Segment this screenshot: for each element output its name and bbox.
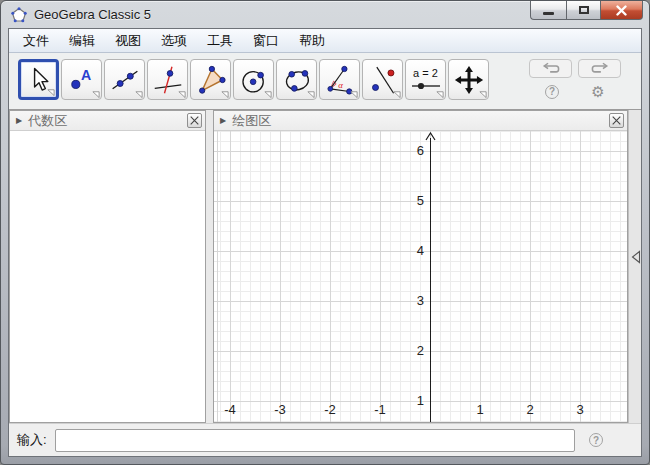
graphics-canvas[interactable]: -4-3-2-1123654321 bbox=[214, 131, 627, 422]
tool-dropdown-icon[interactable] bbox=[92, 90, 100, 98]
undo-button[interactable] bbox=[529, 59, 572, 78]
y-axis-tick-label: 6 bbox=[388, 143, 424, 158]
tool-line-button[interactable] bbox=[104, 59, 145, 100]
close-x-icon bbox=[190, 116, 199, 125]
x-axis-tick-label: 2 bbox=[515, 402, 545, 417]
redo-button[interactable] bbox=[578, 59, 621, 78]
maximize-button[interactable] bbox=[566, 1, 600, 20]
tool-dropdown-icon[interactable] bbox=[350, 90, 358, 98]
tool-angle-button[interactable]: α bbox=[319, 59, 360, 100]
y-axis-tick-label: 3 bbox=[388, 293, 424, 308]
algebra-collapse-icon[interactable]: ▶ bbox=[16, 116, 22, 125]
input-help-icon[interactable]: ? bbox=[589, 433, 603, 447]
main-area: ▶ 代数区 ▶ 绘图区 bbox=[9, 110, 641, 423]
input-bar: 输入: ? bbox=[9, 423, 641, 456]
algebra-panel-header: ▶ 代数区 bbox=[10, 111, 205, 131]
window-content: 文件 编辑 视图 选项 工具 窗口 帮助 bbox=[8, 28, 642, 457]
tool-dropdown-icon[interactable] bbox=[264, 90, 272, 98]
menu-item[interactable]: 窗口 bbox=[243, 30, 289, 52]
menu-bar: 文件 编辑 视图 选项 工具 窗口 帮助 bbox=[9, 29, 641, 53]
menu-item[interactable]: 编辑 bbox=[59, 30, 105, 52]
menu-item[interactable]: 视图 bbox=[105, 30, 151, 52]
panel-splitter[interactable] bbox=[206, 110, 213, 423]
toolbar-right-controls: ? ⚙ bbox=[529, 59, 621, 99]
close-x-icon bbox=[612, 116, 621, 125]
tool-dropdown-icon[interactable] bbox=[135, 90, 143, 98]
algebra-panel-body[interactable] bbox=[10, 131, 205, 422]
command-input[interactable] bbox=[55, 429, 575, 452]
x-axis-tick-label: -2 bbox=[315, 402, 345, 417]
tool-dropdown-icon[interactable] bbox=[221, 90, 229, 98]
x-axis-tick-label: -3 bbox=[265, 402, 295, 417]
window-title: GeoGebra Classic 5 bbox=[34, 7, 151, 22]
graphics-view-panel: ▶ 绘图区 -4-3-2-1123654321 bbox=[213, 110, 628, 423]
tool-reflect-about-line-button[interactable] bbox=[362, 59, 403, 100]
tool-perpendicular-line-button[interactable] bbox=[147, 59, 188, 100]
window-controls bbox=[530, 1, 643, 20]
tool-dropdown-icon[interactable] bbox=[436, 90, 444, 98]
slider-icon-label: a = 2 bbox=[413, 68, 438, 79]
y-axis-tick-label: 5 bbox=[388, 193, 424, 208]
tool-ellipse-button[interactable] bbox=[276, 59, 317, 100]
minimize-button[interactable] bbox=[530, 1, 566, 20]
menu-item[interactable]: 帮助 bbox=[289, 30, 335, 52]
tool-dropdown-icon[interactable] bbox=[479, 90, 487, 98]
menu-item[interactable]: 工具 bbox=[197, 30, 243, 52]
x-axis-tick-label: 3 bbox=[565, 402, 595, 417]
algebra-view-panel: ▶ 代数区 bbox=[9, 110, 206, 423]
y-axis-tick-label: 4 bbox=[388, 243, 424, 258]
maximize-icon bbox=[579, 6, 589, 14]
graphics-panel-title: 绘图区 bbox=[232, 112, 271, 130]
y-axis-tick-label: 1 bbox=[388, 393, 424, 408]
geogebra-window: GeoGebra Classic 5 文件 编辑 视图 选项 工具 窗口 bbox=[0, 0, 650, 465]
svg-text:A: A bbox=[81, 67, 91, 83]
toolbar-help-icon[interactable]: ? bbox=[545, 85, 559, 99]
tool-dropdown-icon[interactable] bbox=[178, 90, 186, 98]
tool-move-button[interactable] bbox=[18, 59, 59, 100]
tool-dropdown-icon[interactable] bbox=[393, 90, 401, 98]
tool-dropdown-icon[interactable] bbox=[307, 90, 315, 98]
menu-item[interactable]: 文件 bbox=[13, 30, 59, 52]
graphics-collapse-icon[interactable]: ▶ bbox=[220, 116, 226, 125]
tool-move-graphics-view-button[interactable] bbox=[448, 59, 489, 100]
tool-slider-button[interactable]: a = 2 bbox=[405, 59, 446, 100]
y-axis-arrow-icon bbox=[425, 132, 436, 141]
tool-point-button[interactable]: A bbox=[61, 59, 102, 100]
graphics-panel-header: ▶ 绘图区 bbox=[214, 111, 627, 131]
y-axis bbox=[430, 138, 431, 422]
redo-icon bbox=[589, 62, 611, 75]
tool-dropdown-icon[interactable] bbox=[47, 88, 55, 96]
toolbar: A bbox=[9, 53, 641, 110]
algebra-panel-title: 代数区 bbox=[28, 112, 67, 130]
settings-gear-icon[interactable]: ⚙ bbox=[591, 84, 604, 99]
x-axis-tick-label: -4 bbox=[215, 402, 245, 417]
input-label: 输入: bbox=[17, 431, 47, 449]
undo-icon bbox=[540, 62, 562, 75]
close-icon bbox=[616, 5, 627, 16]
minimize-icon bbox=[543, 12, 554, 15]
x-axis-tick-label: 1 bbox=[465, 402, 495, 417]
collapse-sidebar-icon[interactable] bbox=[631, 250, 641, 264]
right-sidebar-strip bbox=[628, 110, 641, 423]
geogebra-logo-icon bbox=[11, 7, 27, 23]
close-button[interactable] bbox=[600, 1, 643, 20]
tool-circle-with-center-button[interactable] bbox=[233, 59, 274, 100]
y-axis-tick-label: 2 bbox=[388, 343, 424, 358]
svg-text:α: α bbox=[338, 79, 343, 89]
menu-item[interactable]: 选项 bbox=[151, 30, 197, 52]
algebra-panel-close-button[interactable] bbox=[187, 113, 202, 128]
slider-icon: a = 2 bbox=[411, 68, 441, 91]
graphics-panel-close-button[interactable] bbox=[609, 113, 624, 128]
tool-polygon-button[interactable] bbox=[190, 59, 231, 100]
